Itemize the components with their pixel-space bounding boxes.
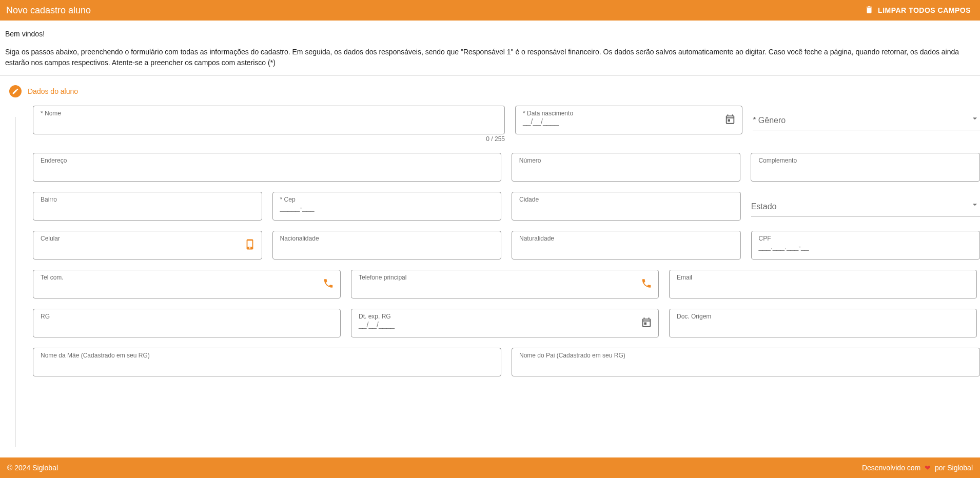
footer-copyright: © 2024 Siglobal (7, 464, 58, 472)
field-label: Bairro (41, 196, 57, 203)
complemento-field[interactable]: Complemento (751, 153, 980, 182)
row: Tel com. Telefone principal Email (33, 270, 980, 298)
field-label: Estado (751, 202, 777, 211)
clear-all-label: LIMPAR TODOS CAMPOS (878, 6, 971, 14)
row: Celular Nacionalidade Naturalidade CPF _… (33, 231, 980, 260)
phone-icon (323, 278, 334, 291)
nome-mae-field[interactable]: Nome da Mãe (Cadastrado em seu RG) (33, 348, 501, 376)
tel-principal-field[interactable]: Telefone principal (351, 270, 659, 298)
form: * Nome 0 / 255 * Data nascimento __/__/_… (0, 99, 980, 387)
cpf-field[interactable]: CPF ___.___.___-__ (751, 231, 981, 260)
row: * Nome 0 / 255 * Data nascimento __/__/_… (33, 106, 980, 143)
field-label: Complemento (758, 157, 797, 164)
instructions-text: Siga os passos abaixo, preenchendo o for… (5, 47, 975, 68)
dt-exp-rg-field[interactable]: Dt. exp. RG __/__/____ (351, 309, 659, 337)
estado-select[interactable]: Estado (751, 192, 980, 216)
date-mask: __/__/____ (523, 117, 735, 126)
field-label: * Data nascimento (523, 110, 573, 117)
calendar-icon[interactable] (641, 317, 652, 330)
rg-field[interactable]: RG (33, 309, 341, 337)
pencil-icon (9, 85, 22, 97)
doc-origem-field[interactable]: Doc. Origem (669, 309, 977, 337)
field-label: Celular (41, 235, 60, 242)
celular-field[interactable]: Celular (33, 231, 262, 260)
field-label: Naturalidade (519, 235, 554, 242)
nome-counter: 0 / 255 (33, 135, 505, 143)
row: Nome da Mãe (Cadastrado em seu RG) Nome … (33, 348, 980, 376)
date-mask: __/__/____ (359, 321, 651, 329)
data-nascimento-field[interactable]: * Data nascimento __/__/____ (515, 106, 742, 134)
naturalidade-field[interactable]: Naturalidade (512, 231, 741, 260)
nome-pai-field[interactable]: Nome do Pai (Cadastrado em seu RG) (512, 348, 980, 376)
field-label: Cidade (519, 196, 539, 203)
chevron-down-icon (970, 113, 980, 125)
field-label: Nome do Pai (Cadastrado em seu RG) (519, 352, 625, 359)
field-label: Número (519, 157, 541, 164)
page-title: Novo cadastro aluno (6, 5, 91, 16)
welcome-text: Bem vindos! (5, 29, 975, 39)
field-label: Telefone principal (359, 274, 406, 281)
field-label: Endereço (41, 157, 67, 164)
field-label: * Nome (41, 110, 61, 117)
app-header: Novo cadastro aluno LIMPAR TODOS CAMPOS (0, 0, 980, 21)
field-label: * Gênero (753, 116, 786, 125)
field-label: CPF (759, 235, 771, 242)
bairro-field[interactable]: Bairro (33, 192, 262, 221)
field-label: Nome da Mãe (Cadastrado em seu RG) (41, 352, 150, 359)
smartphone-icon (244, 239, 256, 252)
calendar-icon[interactable] (724, 114, 736, 127)
nome-field[interactable]: * Nome (33, 106, 505, 134)
row: RG Dt. exp. RG __/__/____ Doc. Origem (33, 309, 980, 337)
field-label: * Cep (280, 196, 296, 203)
endereco-field[interactable]: Endereço (33, 153, 501, 182)
field-label: Nacionalidade (280, 235, 319, 242)
cep-mask: _____-___ (280, 204, 494, 212)
row: Endereço Número Complemento (33, 153, 980, 182)
stepper-line (15, 117, 16, 447)
field-label: Email (677, 274, 692, 281)
field-label: Doc. Origem (677, 313, 711, 320)
field-label: Dt. exp. RG (359, 313, 391, 320)
genero-select[interactable]: * Gênero (753, 106, 980, 130)
cidade-field[interactable]: Cidade (512, 192, 741, 221)
email-field[interactable]: Email (669, 270, 977, 298)
tel-com-field[interactable]: Tel com. (33, 270, 341, 298)
footer-credit-prefix: Desenvolvido com (862, 464, 920, 472)
section-title: Dados do aluno (28, 87, 78, 95)
section-header: Dados do aluno (0, 76, 980, 99)
cep-field[interactable]: * Cep _____-___ (272, 192, 502, 221)
footer-credit-suffix: por Siglobal (935, 464, 973, 472)
field-label: Tel com. (41, 274, 64, 281)
nacionalidade-field[interactable]: Nacionalidade (272, 231, 502, 260)
numero-field[interactable]: Número (512, 153, 741, 182)
heart-icon: ❤ (925, 464, 931, 472)
intro-block: Bem vindos! Siga os passos abaixo, preen… (0, 21, 980, 76)
clear-all-button[interactable]: LIMPAR TODOS CAMPOS (861, 5, 974, 16)
chevron-down-icon (970, 199, 980, 211)
trash-icon (865, 5, 874, 16)
row: Bairro * Cep _____-___ Cidade Estado (33, 192, 980, 221)
field-label: RG (41, 313, 50, 320)
footer-credit: Desenvolvido com ❤ por Siglobal (862, 464, 973, 472)
phone-icon (641, 278, 652, 291)
cpf-mask: ___.___.___-__ (759, 243, 973, 251)
footer: © 2024 Siglobal Desenvolvido com ❤ por S… (0, 457, 980, 478)
